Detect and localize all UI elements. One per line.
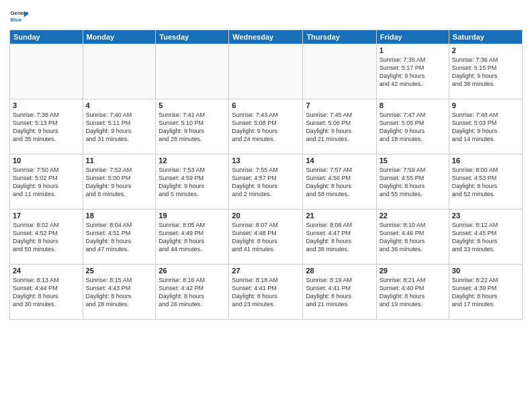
day-info-20: Sunrise: 8:07 AMSunset: 4:48 PMDaylight:… bbox=[232, 221, 300, 254]
day-cell-4: 4Sunrise: 7:40 AMSunset: 5:11 PMDaylight… bbox=[83, 99, 156, 154]
week-row-2: 10Sunrise: 7:50 AMSunset: 5:02 PMDayligh… bbox=[10, 154, 523, 210]
day-info-21: Sunrise: 8:08 AMSunset: 4:47 PMDaylight:… bbox=[306, 221, 373, 254]
day-info-17: Sunrise: 8:02 AMSunset: 4:52 PMDaylight:… bbox=[13, 221, 80, 254]
day-info-2: Sunrise: 7:36 AMSunset: 5:15 PMDaylight:… bbox=[452, 56, 519, 89]
day-number-22: 22 bbox=[380, 212, 446, 220]
day-number-1: 1 bbox=[380, 46, 446, 54]
day-cell-25: 25Sunrise: 8:15 AMSunset: 4:43 PMDayligh… bbox=[83, 265, 156, 320]
day-number-5: 5 bbox=[159, 101, 226, 109]
day-info-28: Sunrise: 8:19 AMSunset: 4:41 PMDaylight:… bbox=[306, 276, 373, 309]
day-info-10: Sunrise: 7:50 AMSunset: 5:02 PMDaylight:… bbox=[13, 166, 80, 199]
day-cell-13: 13Sunrise: 7:55 AMSunset: 4:57 PMDayligh… bbox=[229, 154, 303, 210]
day-number-25: 25 bbox=[86, 267, 153, 275]
day-cell-18: 18Sunrise: 8:04 AMSunset: 4:51 PMDayligh… bbox=[83, 210, 156, 265]
day-number-18: 18 bbox=[86, 212, 153, 220]
day-number-21: 21 bbox=[306, 212, 373, 220]
day-info-9: Sunrise: 7:48 AMSunset: 5:03 PMDaylight:… bbox=[452, 111, 519, 144]
day-info-4: Sunrise: 7:40 AMSunset: 5:11 PMDaylight:… bbox=[86, 111, 153, 144]
weekday-header-saturday: Saturday bbox=[449, 30, 522, 44]
day-cell-27: 27Sunrise: 8:18 AMSunset: 4:41 PMDayligh… bbox=[229, 265, 303, 320]
day-cell-6: 6Sunrise: 7:43 AMSunset: 5:08 PMDaylight… bbox=[229, 99, 303, 154]
empty-cell bbox=[83, 44, 156, 99]
day-number-29: 29 bbox=[380, 267, 446, 275]
day-info-11: Sunrise: 7:52 AMSunset: 5:00 PMDaylight:… bbox=[86, 166, 153, 199]
weekday-header-sunday: Sunday bbox=[10, 30, 83, 44]
weekday-header-friday: Friday bbox=[376, 30, 449, 44]
day-info-24: Sunrise: 8:13 AMSunset: 4:44 PMDaylight:… bbox=[13, 276, 80, 309]
week-row-0: 1Sunrise: 7:35 AMSunset: 5:17 PMDaylight… bbox=[10, 44, 523, 99]
day-number-17: 17 bbox=[13, 212, 80, 220]
day-info-19: Sunrise: 8:05 AMSunset: 4:49 PMDaylight:… bbox=[159, 221, 226, 254]
day-cell-22: 22Sunrise: 8:10 AMSunset: 4:46 PMDayligh… bbox=[376, 210, 449, 265]
day-number-2: 2 bbox=[452, 46, 519, 54]
day-cell-3: 3Sunrise: 7:38 AMSunset: 5:13 PMDaylight… bbox=[10, 99, 83, 154]
week-row-3: 17Sunrise: 8:02 AMSunset: 4:52 PMDayligh… bbox=[10, 210, 523, 265]
day-number-8: 8 bbox=[380, 101, 446, 109]
day-number-15: 15 bbox=[380, 156, 446, 165]
day-info-3: Sunrise: 7:38 AMSunset: 5:13 PMDaylight:… bbox=[13, 111, 80, 144]
empty-cell bbox=[229, 44, 303, 99]
day-info-8: Sunrise: 7:47 AMSunset: 5:05 PMDaylight:… bbox=[380, 111, 446, 144]
day-cell-17: 17Sunrise: 8:02 AMSunset: 4:52 PMDayligh… bbox=[10, 210, 83, 265]
empty-cell bbox=[10, 44, 83, 99]
weekday-header-row: SundayMondayTuesdayWednesdayThursdayFrid… bbox=[10, 30, 523, 44]
day-number-6: 6 bbox=[232, 101, 300, 109]
logo-icon: General Blue bbox=[9, 7, 28, 26]
day-number-28: 28 bbox=[306, 267, 373, 275]
day-cell-15: 15Sunrise: 7:59 AMSunset: 4:55 PMDayligh… bbox=[376, 154, 449, 210]
day-number-11: 11 bbox=[86, 156, 153, 165]
day-info-25: Sunrise: 8:15 AMSunset: 4:43 PMDaylight:… bbox=[86, 276, 153, 309]
header: General Blue bbox=[9, 7, 523, 26]
day-info-18: Sunrise: 8:04 AMSunset: 4:51 PMDaylight:… bbox=[86, 221, 153, 254]
day-number-19: 19 bbox=[159, 212, 226, 220]
empty-cell bbox=[303, 44, 376, 99]
day-info-30: Sunrise: 8:22 AMSunset: 4:39 PMDaylight:… bbox=[452, 276, 519, 309]
day-number-26: 26 bbox=[159, 267, 226, 275]
day-cell-9: 9Sunrise: 7:48 AMSunset: 5:03 PMDaylight… bbox=[449, 99, 522, 154]
day-cell-7: 7Sunrise: 7:45 AMSunset: 5:06 PMDaylight… bbox=[303, 99, 376, 154]
day-number-10: 10 bbox=[13, 156, 80, 165]
day-cell-2: 2Sunrise: 7:36 AMSunset: 5:15 PMDaylight… bbox=[449, 44, 522, 99]
day-cell-8: 8Sunrise: 7:47 AMSunset: 5:05 PMDaylight… bbox=[376, 99, 449, 154]
day-number-12: 12 bbox=[159, 156, 226, 165]
day-cell-26: 26Sunrise: 8:16 AMSunset: 4:42 PMDayligh… bbox=[156, 265, 229, 320]
day-number-24: 24 bbox=[13, 267, 80, 275]
day-cell-11: 11Sunrise: 7:52 AMSunset: 5:00 PMDayligh… bbox=[83, 154, 156, 210]
weekday-header-wednesday: Wednesday bbox=[229, 30, 303, 44]
svg-text:Blue: Blue bbox=[11, 17, 23, 23]
day-number-20: 20 bbox=[232, 212, 300, 220]
day-cell-24: 24Sunrise: 8:13 AMSunset: 4:44 PMDayligh… bbox=[10, 265, 83, 320]
day-info-13: Sunrise: 7:55 AMSunset: 4:57 PMDaylight:… bbox=[232, 166, 300, 199]
day-info-15: Sunrise: 7:59 AMSunset: 4:55 PMDaylight:… bbox=[380, 166, 446, 199]
day-cell-12: 12Sunrise: 7:53 AMSunset: 4:59 PMDayligh… bbox=[156, 154, 229, 210]
day-info-1: Sunrise: 7:35 AMSunset: 5:17 PMDaylight:… bbox=[380, 56, 446, 89]
day-number-14: 14 bbox=[306, 156, 373, 165]
day-number-4: 4 bbox=[86, 101, 153, 109]
week-row-4: 24Sunrise: 8:13 AMSunset: 4:44 PMDayligh… bbox=[10, 265, 523, 320]
day-info-7: Sunrise: 7:45 AMSunset: 5:06 PMDaylight:… bbox=[306, 111, 373, 144]
day-info-27: Sunrise: 8:18 AMSunset: 4:41 PMDaylight:… bbox=[232, 276, 300, 309]
day-info-16: Sunrise: 8:00 AMSunset: 4:53 PMDaylight:… bbox=[452, 166, 519, 199]
day-info-26: Sunrise: 8:16 AMSunset: 4:42 PMDaylight:… bbox=[159, 276, 226, 309]
day-number-7: 7 bbox=[306, 101, 373, 109]
day-cell-19: 19Sunrise: 8:05 AMSunset: 4:49 PMDayligh… bbox=[156, 210, 229, 265]
empty-cell bbox=[156, 44, 229, 99]
day-info-5: Sunrise: 7:41 AMSunset: 5:10 PMDaylight:… bbox=[159, 111, 226, 144]
day-cell-16: 16Sunrise: 8:00 AMSunset: 4:53 PMDayligh… bbox=[449, 154, 522, 210]
day-cell-5: 5Sunrise: 7:41 AMSunset: 5:10 PMDaylight… bbox=[156, 99, 229, 154]
day-info-22: Sunrise: 8:10 AMSunset: 4:46 PMDaylight:… bbox=[380, 221, 446, 254]
day-cell-30: 30Sunrise: 8:22 AMSunset: 4:39 PMDayligh… bbox=[449, 265, 522, 320]
day-number-23: 23 bbox=[452, 212, 519, 220]
day-cell-23: 23Sunrise: 8:12 AMSunset: 4:45 PMDayligh… bbox=[449, 210, 522, 265]
day-info-23: Sunrise: 8:12 AMSunset: 4:45 PMDaylight:… bbox=[452, 221, 519, 254]
weekday-header-tuesday: Tuesday bbox=[156, 30, 229, 44]
weekday-header-monday: Monday bbox=[83, 30, 156, 44]
day-number-27: 27 bbox=[232, 267, 300, 275]
week-row-1: 3Sunrise: 7:38 AMSunset: 5:13 PMDaylight… bbox=[10, 99, 523, 154]
day-info-14: Sunrise: 7:57 AMSunset: 4:56 PMDaylight:… bbox=[306, 166, 373, 199]
day-cell-28: 28Sunrise: 8:19 AMSunset: 4:41 PMDayligh… bbox=[303, 265, 376, 320]
day-cell-29: 29Sunrise: 8:21 AMSunset: 4:40 PMDayligh… bbox=[376, 265, 449, 320]
main-container: General Blue SundayMondayTuesdayWednesda… bbox=[0, 0, 532, 324]
day-info-29: Sunrise: 8:21 AMSunset: 4:40 PMDaylight:… bbox=[380, 276, 446, 309]
day-cell-20: 20Sunrise: 8:07 AMSunset: 4:48 PMDayligh… bbox=[229, 210, 303, 265]
